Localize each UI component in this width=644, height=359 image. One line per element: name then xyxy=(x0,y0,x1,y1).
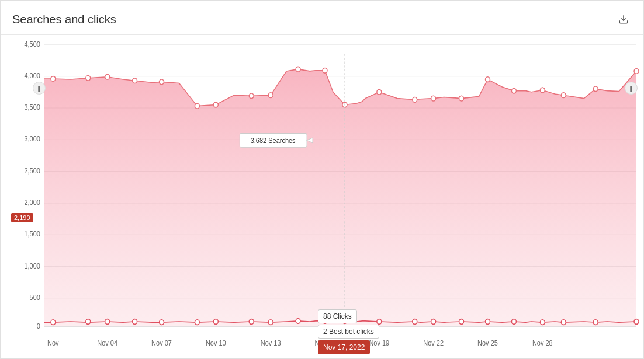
svg-point-50 xyxy=(511,88,516,93)
svg-point-67 xyxy=(377,319,382,325)
chart-header: Searches and clicks xyxy=(1,1,643,35)
svg-point-35 xyxy=(105,74,110,79)
chart-wrapper: 4,500 4,000 3,500 3,000 2,500 2,000 1,50… xyxy=(1,35,643,358)
svg-point-55 xyxy=(51,320,56,325)
scroll-right-button[interactable]: ‖ xyxy=(625,82,638,95)
svg-point-72 xyxy=(511,319,516,325)
svg-text:Nov 16: Nov 16 xyxy=(315,340,335,347)
svg-text:3,682 Searches: 3,682 Searches xyxy=(251,137,296,144)
svg-point-49 xyxy=(485,77,490,82)
svg-point-61 xyxy=(213,319,218,325)
svg-point-65 xyxy=(323,319,327,324)
svg-point-36 xyxy=(133,78,137,83)
svg-point-39 xyxy=(213,102,218,107)
svg-point-58 xyxy=(133,319,137,325)
main-container: Searches and clicks xyxy=(0,0,644,359)
svg-point-73 xyxy=(540,320,545,325)
y-axis-badge: 2,190 xyxy=(11,213,33,222)
svg-point-38 xyxy=(195,103,199,109)
svg-point-40 xyxy=(249,93,254,99)
svg-text:Nov: Nov xyxy=(47,340,59,347)
svg-point-46 xyxy=(413,97,417,102)
svg-point-59 xyxy=(160,320,164,325)
svg-point-76 xyxy=(634,319,639,325)
svg-point-41 xyxy=(268,93,273,98)
svg-point-33 xyxy=(51,76,56,82)
svg-point-54 xyxy=(634,69,639,74)
svg-marker-32 xyxy=(44,69,636,327)
svg-point-47 xyxy=(431,96,436,101)
svg-point-48 xyxy=(459,96,464,101)
svg-point-74 xyxy=(561,320,566,325)
svg-text:Nov 19: Nov 19 xyxy=(369,340,389,347)
svg-point-69 xyxy=(431,319,436,325)
svg-point-34 xyxy=(86,76,91,81)
svg-text:Nov 13: Nov 13 xyxy=(261,340,281,347)
svg-point-75 xyxy=(593,320,598,325)
svg-text:0: 0 xyxy=(37,323,40,330)
svg-point-51 xyxy=(540,88,545,93)
svg-point-57 xyxy=(105,319,110,325)
svg-point-42 xyxy=(296,67,300,72)
svg-text:Nov 22: Nov 22 xyxy=(423,340,444,347)
svg-point-70 xyxy=(459,319,464,325)
svg-point-45 xyxy=(377,89,382,95)
svg-text:1,500: 1,500 xyxy=(24,231,40,238)
svg-text:4,500: 4,500 xyxy=(24,40,40,47)
svg-text:3,000: 3,000 xyxy=(24,135,40,142)
svg-point-56 xyxy=(86,319,91,325)
svg-text:Nov 28: Nov 28 xyxy=(532,340,553,347)
svg-text:2,000: 2,000 xyxy=(24,199,40,206)
svg-text:2,500: 2,500 xyxy=(24,167,40,174)
chart-area: 4,500 4,000 3,500 3,000 2,500 2,000 1,50… xyxy=(1,35,643,358)
svg-point-62 xyxy=(249,319,254,325)
svg-point-43 xyxy=(323,68,327,73)
chart-title: Searches and clicks xyxy=(12,13,116,26)
svg-text:3,500: 3,500 xyxy=(24,104,40,111)
svg-point-53 xyxy=(593,86,598,92)
svg-point-64 xyxy=(296,319,300,324)
scroll-left-button[interactable]: ‖ xyxy=(33,82,46,95)
svg-text:Nov 10: Nov 10 xyxy=(206,340,226,347)
svg-text:4,000: 4,000 xyxy=(24,72,40,79)
svg-point-68 xyxy=(413,319,417,325)
svg-text:Nov 04: Nov 04 xyxy=(97,340,117,347)
svg-text:1,000: 1,000 xyxy=(24,262,40,269)
svg-text:Nov 07: Nov 07 xyxy=(151,340,172,347)
svg-point-52 xyxy=(561,93,566,98)
svg-point-60 xyxy=(195,320,199,325)
chart-svg: 4,500 4,000 3,500 3,000 2,500 2,000 1,50… xyxy=(1,35,643,358)
svg-point-37 xyxy=(160,79,164,85)
pause-left-icon: ‖ xyxy=(37,85,41,92)
svg-text:Nov 25: Nov 25 xyxy=(477,340,498,347)
pause-right-icon: ‖ xyxy=(629,85,633,92)
download-button[interactable] xyxy=(615,11,632,27)
svg-point-63 xyxy=(268,320,273,325)
svg-text:500: 500 xyxy=(30,294,40,301)
svg-point-71 xyxy=(485,319,490,325)
